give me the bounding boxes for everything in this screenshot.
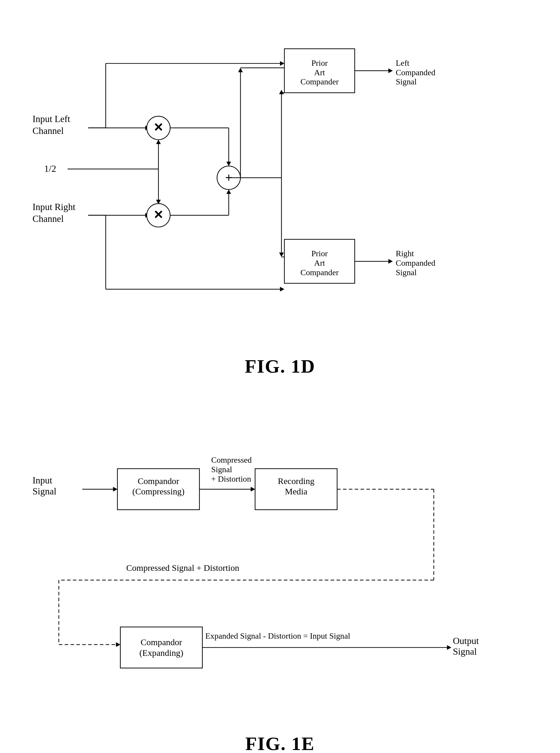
svg-marker-29 bbox=[279, 90, 284, 94]
left-companded-label2: Companded bbox=[396, 68, 435, 77]
svg-marker-44 bbox=[113, 487, 118, 491]
compander-top-label2: Art bbox=[314, 68, 325, 77]
svg-marker-25 bbox=[238, 68, 243, 72]
half-label: 1/2 bbox=[44, 163, 56, 174]
svg-marker-54 bbox=[116, 642, 120, 647]
input-signal-label2: Signal bbox=[33, 486, 57, 497]
compandor-compress-label2: (Compressing) bbox=[132, 487, 184, 497]
svg-marker-38 bbox=[280, 287, 284, 291]
svg-marker-21 bbox=[280, 61, 284, 66]
compandor-expand-label2: (Expanding) bbox=[139, 648, 183, 658]
compander-top-label3: Compander bbox=[300, 77, 339, 86]
fig1d-label: FIG. 1D bbox=[24, 355, 536, 378]
svg-marker-57 bbox=[447, 645, 452, 650]
svg-marker-40 bbox=[388, 69, 393, 73]
right-companded-label3: Signal bbox=[396, 268, 417, 277]
compressed-signal-bottom-label: Compressed Signal + Distortion bbox=[126, 563, 239, 573]
right-companded-label1: Right bbox=[396, 249, 414, 258]
page: text { font-family: 'Times New Roman', T… bbox=[0, 0, 560, 753]
compressed-signal-label1: Compressed bbox=[211, 455, 252, 464]
input-left-label2: Channel bbox=[33, 125, 64, 136]
input-left-label: Input Left bbox=[33, 114, 71, 124]
svg-marker-42 bbox=[388, 259, 393, 264]
fig1d-diagram: text { font-family: 'Times New Roman', T… bbox=[24, 18, 536, 344]
svg-rect-55 bbox=[120, 627, 202, 668]
recording-media-label1: Recording bbox=[278, 476, 315, 486]
svg-marker-32 bbox=[279, 252, 284, 257]
svg-marker-4 bbox=[156, 139, 161, 144]
recording-media-label2: Media bbox=[285, 487, 307, 496]
compandor-expand-label1: Compandor bbox=[141, 637, 182, 647]
compander-bottom-label2: Art bbox=[314, 258, 325, 268]
left-companded-label3: Signal bbox=[396, 77, 417, 86]
svg-marker-13 bbox=[226, 162, 231, 166]
svg-marker-47 bbox=[251, 487, 255, 491]
expanded-signal-label: Expanded Signal - Distortion = Input Sig… bbox=[205, 631, 351, 640]
compressed-signal-label3: + Distortion bbox=[211, 474, 251, 483]
fig1e-label: FIG. 1E bbox=[24, 733, 536, 753]
compander-bottom-label3: Compander bbox=[300, 268, 339, 277]
right-companded-label2: Companded bbox=[396, 258, 435, 268]
output-signal-label2: Signal bbox=[453, 646, 477, 657]
multiply-top-symbol: ✕ bbox=[153, 121, 163, 134]
input-right-label2: Channel bbox=[33, 214, 64, 224]
compressed-signal-label2: Signal bbox=[211, 465, 232, 474]
compander-top-label1: Prior bbox=[312, 58, 328, 67]
svg-marker-16 bbox=[226, 190, 231, 194]
input-right-label: Input Right bbox=[33, 202, 76, 212]
compandor-compress-label1: Compandor bbox=[138, 476, 179, 486]
compander-bottom-label1: Prior bbox=[312, 249, 328, 258]
input-signal-label1: Input bbox=[33, 475, 53, 485]
left-companded-label1: Left bbox=[396, 58, 409, 67]
fig1e-diagram: text { font-family: 'Times New Roman', T… bbox=[24, 395, 536, 721]
output-signal-label1: Output bbox=[453, 636, 479, 646]
multiply-bottom-symbol: ✕ bbox=[153, 209, 163, 221]
